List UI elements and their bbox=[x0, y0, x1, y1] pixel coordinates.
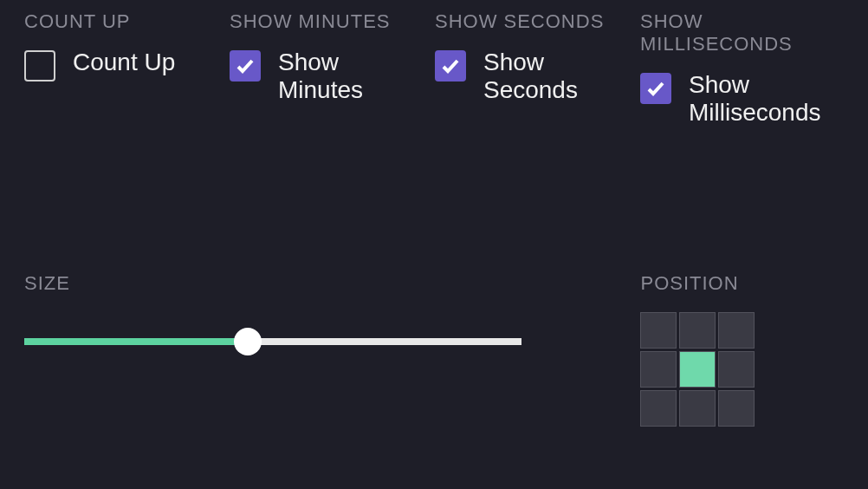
count-up-label: Count Up bbox=[73, 49, 175, 76]
position-cell-bottom-right[interactable] bbox=[718, 390, 755, 427]
check-icon bbox=[645, 78, 666, 99]
position-cell-middle-right[interactable] bbox=[718, 351, 755, 388]
check-icon bbox=[235, 55, 256, 76]
show-minutes-heading: SHOW MINUTES bbox=[230, 10, 435, 33]
count-up-row: Count Up bbox=[24, 49, 230, 82]
position-cell-top-left[interactable] bbox=[640, 312, 677, 349]
size-group: SIZE bbox=[24, 272, 640, 427]
position-cell-bottom-center[interactable] bbox=[679, 390, 716, 427]
show-seconds-row: Show Seconds bbox=[435, 49, 640, 104]
position-cell-top-right[interactable] bbox=[718, 312, 755, 349]
show-milliseconds-checkbox[interactable] bbox=[640, 73, 671, 104]
count-up-heading: COUNT UP bbox=[24, 10, 230, 33]
show-seconds-heading: SHOW SECONDS bbox=[435, 10, 640, 33]
show-milliseconds-heading: SHOW MILLISECONDS bbox=[640, 10, 844, 55]
slider-thumb[interactable] bbox=[234, 328, 262, 355]
slider-fill bbox=[24, 338, 248, 345]
count-up-checkbox[interactable] bbox=[24, 50, 55, 82]
position-heading: POSITION bbox=[640, 272, 844, 295]
position-cell-bottom-left[interactable] bbox=[640, 390, 677, 427]
show-minutes-group: SHOW MINUTES Show Minutes bbox=[230, 10, 435, 127]
position-cell-top-center[interactable] bbox=[679, 312, 716, 349]
show-seconds-group: SHOW SECONDS Show Seconds bbox=[435, 10, 640, 127]
size-heading: SIZE bbox=[24, 272, 640, 295]
show-milliseconds-label: Show Milliseconds bbox=[689, 71, 827, 127]
size-slider[interactable] bbox=[24, 328, 521, 355]
show-milliseconds-group: SHOW MILLISECONDS Show Milliseconds bbox=[640, 10, 844, 127]
position-cell-middle-left[interactable] bbox=[640, 351, 677, 388]
show-minutes-row: Show Minutes bbox=[230, 49, 435, 104]
show-seconds-checkbox[interactable] bbox=[435, 50, 466, 82]
position-grid bbox=[640, 312, 844, 427]
position-group: POSITION bbox=[640, 272, 844, 427]
position-cell-middle-center[interactable] bbox=[679, 351, 716, 388]
count-up-group: COUNT UP Count Up bbox=[24, 10, 230, 127]
check-icon bbox=[440, 55, 461, 76]
show-minutes-label: Show Minutes bbox=[278, 49, 417, 104]
show-seconds-label: Show Seconds bbox=[483, 49, 622, 104]
show-milliseconds-row: Show Milliseconds bbox=[640, 71, 844, 127]
show-minutes-checkbox[interactable] bbox=[230, 50, 261, 82]
